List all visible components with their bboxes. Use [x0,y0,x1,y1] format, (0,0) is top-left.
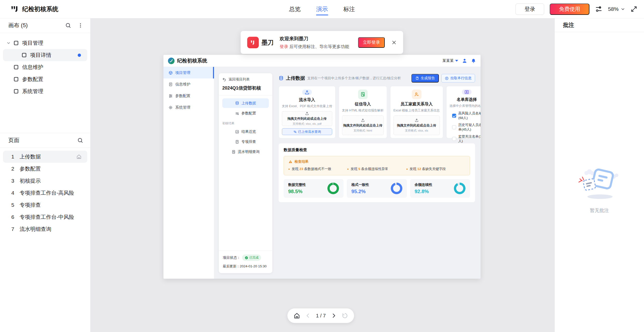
tree-item-info-maintenance[interactable]: 信息维护 [0,61,90,73]
option-high-risk-list[interactable]: 高风险人员名单(68人) [452,111,481,120]
project-menu-upload-data[interactable]: 上传数据 [222,98,269,108]
dropzone-family[interactable]: 拖拽文件到此处或点击上传 支持格式: xlsx, xls [394,115,440,135]
cube-icon [168,71,173,75]
search-icon[interactable] [65,22,71,28]
checkbox[interactable] [452,125,456,129]
database-icon [279,76,284,81]
empty-text: 暂无批注 [590,207,609,214]
page-row[interactable]: 2 参数配置 [3,163,87,175]
restart-icon[interactable] [341,312,348,319]
tree-item-project-detail[interactable]: 项目详情 [3,49,87,61]
generate-report-button[interactable]: 生成报告 [411,74,439,82]
page-indicator: 1 / 7 [316,313,326,319]
back-to-project-list[interactable]: 返回项目列表 [222,77,269,82]
checkbox[interactable] [452,137,456,141]
cloud-pull-icon [445,76,449,80]
user-icon[interactable] [462,58,467,63]
home-icon [76,154,82,159]
welcome-banner: 墨刀 欢迎来到墨刀 登录 后可使用标注、导出等更多功能 立即登录 [241,31,403,54]
chevron-down-icon [621,7,625,11]
chevron-right-icon[interactable] [331,313,337,319]
card-list-library-select: 名单库选择 选择中介库管理内的名单 高风险人员名单(68人) 历史可疑人员名单(… [446,86,481,138]
tree-item-project-management[interactable]: 项目管理 [0,37,90,49]
page-row[interactable]: 3 初核提示 [3,175,87,187]
data-quality-card: 数据质量检查 检查结果 发现 23 条数据格式不一致 [279,143,475,202]
project-status-block: 项目状态： 已完成 最后更新：2024-01-20 15:30 [219,251,272,269]
page-row[interactable]: 6 专项排查工作台-中风险 [3,211,87,223]
page-row[interactable]: 5 专项排查 [3,199,87,211]
project-menu-parameter-config[interactable]: 参数配置 [222,109,269,118]
bell-icon[interactable] [471,58,476,63]
updated-label: 最后更新： [223,264,240,268]
dropzone-flow[interactable]: 拖拽文件到此处或点击上传 支持格式: xlsx, xls, pdf [282,111,332,126]
tab-annotate[interactable]: 标注 [344,0,355,18]
id-card-icon [462,90,471,95]
option-regulator-watch-list[interactable]: 监管关注名单(32人) [452,134,481,143]
login-now-button[interactable]: 立即登录 [358,37,385,48]
file-upload-icon [358,90,368,99]
annotations-title: 批注 [555,18,644,32]
login-link[interactable]: 登录 [280,44,288,49]
checkbox[interactable] [452,114,456,118]
option-history-suspect-list[interactable]: 历史可疑人员名单(45人) [452,123,481,132]
upload-icon [305,111,309,115]
finding-item: 发现 12 条缺失关键字段 [406,167,465,171]
progress-ring [391,183,402,194]
canvas-section-label: 画布 (5) [8,22,28,29]
frame-icon [13,40,19,46]
settings-sliders-icon[interactable] [595,5,603,13]
mockup-header: 纪检初核系统 某某某 [163,55,481,67]
app-title: 纪检初核系统 [22,5,58,13]
frame-icon [13,89,19,94]
user-menu[interactable]: 某某某 [442,58,458,63]
pull-bank-info-button[interactable]: 拉取本行信息 [441,74,475,82]
mockup-side-nav: 项目管理 信息维护 参数配置 系统管理 [163,67,214,279]
page-row[interactable]: 7 流水明细查询 [3,223,87,235]
metric-format-consistency: 格式一致性 95.2% [347,179,407,198]
zoom-level-control[interactable]: 58% [608,6,625,12]
kebab-menu-icon[interactable] [78,23,83,28]
page-row[interactable]: 4 专项排查工作台-高风险 [3,187,87,199]
project-menu-result-overview[interactable]: 结果总览 [222,127,269,136]
check-result-label: 检查结果 [294,159,309,164]
frame-icon [21,52,27,58]
tree-item-parameter-config[interactable]: 参数配置 [0,73,90,85]
mockup-nav-project-management[interactable]: 项目管理 [163,67,214,78]
mockingbot-red-logo-icon [247,37,259,48]
tree-item-system-management[interactable]: 系统管理 [0,85,90,97]
pages-list: 1 上传数据 2 参数配置 3 初核提示 4 专项排查工作台-高风险 5 专项排… [0,148,90,235]
login-button[interactable]: 登录 [516,4,544,15]
bar-chart-icon [235,130,239,134]
app-brand: 纪检初核系统 [10,5,58,13]
close-icon[interactable] [392,40,397,45]
chevron-left-icon[interactable] [305,313,311,319]
document-search-icon [232,150,236,154]
topbar: 纪检初核系统 总览 演示 标注 登录 免费使用 58% [0,0,644,18]
document-list-icon [235,140,239,144]
dropzone-credit[interactable]: 拖拽文件到此处或点击上传 支持格式: html [342,115,384,135]
tab-present[interactable]: 演示 [316,0,328,18]
home-icon[interactable] [293,312,300,319]
empty-annotations-illustration [577,167,622,200]
search-icon[interactable] [77,137,83,143]
mockup-nav-info-maintenance[interactable]: 信息维护 [163,78,214,90]
gear-icon [168,105,173,110]
undo-arrow-icon [222,77,226,81]
brand-name: 墨刀 [262,38,274,47]
system-title: 纪检初核系统 [177,57,207,64]
project-menu-special-check[interactable]: 专项排查 [222,137,269,146]
card-family-relation-import: 员工家庭关系导入 Excel 模板上传员工家庭关系信息 拖拽文件到此处或点击上传… [390,86,443,138]
chevron-down-icon[interactable] [6,41,11,45]
fullscreen-icon[interactable] [630,6,637,13]
status-label: 项目状态： [223,256,240,260]
project-menu-flow-detail-query[interactable]: 流水明细查询 [222,147,269,156]
free-use-button[interactable]: 免费使用 [550,4,589,15]
uploaded-flow-query-button[interactable]: 已上传流水查询 [282,128,332,135]
mockup-nav-parameter-config[interactable]: 参数配置 [163,90,214,102]
progress-ring [454,183,465,194]
mode-tabs: 总览 演示 标注 [289,0,355,18]
mockup-nav-system-management[interactable]: 系统管理 [163,102,214,113]
page-row[interactable]: 1 上传数据 [3,151,87,163]
tab-overview[interactable]: 总览 [289,0,301,18]
mockingbot-logo-icon [10,5,19,13]
